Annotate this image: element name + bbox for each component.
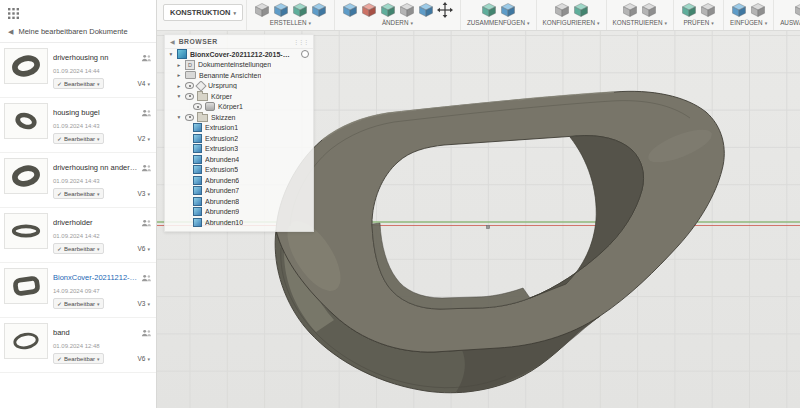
document-date: 14.09.2024 09:47 — [53, 288, 152, 294]
editable-badge-dropdown[interactable]: ✓Bearbeitbar▾ — [53, 188, 104, 199]
data-panel-grid-icon[interactable] — [8, 5, 19, 22]
insert-derive-tool-icon[interactable] — [730, 1, 748, 19]
browser-item-label: Benannte Ansichten — [199, 72, 261, 79]
combine-tool-icon[interactable] — [398, 1, 416, 19]
version-dropdown[interactable]: V3▾ — [138, 190, 150, 197]
viewport-canvas[interactable]: ◀ BROWSER ⋮⋮⋮ ▾BionxCover-20211212-2015-… — [157, 30, 800, 408]
workspace-selector[interactable]: KONSTRUKTION ▾ — [163, 4, 243, 21]
expand-arrow-icon[interactable]: ▸ — [176, 62, 182, 68]
document-item-housing-bugel[interactable]: housing bugel01.09.2024 14:43✓Bearbeitba… — [0, 98, 156, 153]
browser-item-abrunden10[interactable]: Abrunden10 — [165, 217, 313, 228]
feature-icon — [193, 207, 202, 216]
browser-item-skizzen[interactable]: ▾Skizzen — [165, 112, 313, 123]
move-copy-tool-icon[interactable] — [436, 1, 454, 19]
joint-tool-icon[interactable] — [499, 1, 517, 19]
editable-badge-dropdown[interactable]: ✓Bearbeitbar▾ — [53, 298, 104, 309]
toolbar-menu-pr-fen[interactable]: PRÜFEN▾ — [683, 19, 713, 26]
browser-item-extrusion2[interactable]: Extrusion2 — [165, 133, 313, 144]
feature-icon — [193, 165, 202, 174]
insert-mesh-tool-icon[interactable] — [749, 1, 767, 19]
document-item-driverhousing-nn-andere-seite[interactable]: driverhousing nn andere seite01.09.2024 … — [0, 153, 156, 208]
offset-face-tool-icon[interactable] — [417, 1, 435, 19]
version-dropdown[interactable]: V6▾ — [138, 355, 150, 362]
model-body[interactable] — [275, 91, 724, 392]
toolbar-menu-konfigurieren[interactable]: KONFIGURIEREN▾ — [543, 19, 600, 26]
expand-arrow-icon[interactable]: ▾ — [176, 93, 182, 99]
extrude-tool-icon[interactable] — [272, 1, 290, 19]
browser-item-dokumenteinstellungen[interactable]: ▸Dokumenteinstellungen — [165, 60, 313, 71]
version-dropdown[interactable]: V3▾ — [138, 300, 150, 307]
toolbar-menu-einf-gen[interactable]: EINFÜGEN▾ — [730, 19, 767, 26]
visibility-eye-icon[interactable] — [185, 82, 194, 89]
toolbar-menu-erstellen[interactable]: ERSTELLEN▾ — [270, 19, 311, 26]
active-component-radio[interactable] — [301, 50, 309, 58]
sweep-tool-icon[interactable] — [310, 1, 328, 19]
version-dropdown[interactable]: V2▾ — [138, 135, 150, 142]
browser-item-k-rper[interactable]: ▾Körper — [165, 91, 313, 102]
document-item-driverhousing-nn[interactable]: driverhousing nn01.09.2024 14:44✓Bearbei… — [0, 43, 156, 98]
browser-item-abrunden7[interactable]: Abrunden7 — [165, 186, 313, 197]
expand-arrow-icon[interactable]: ▸ — [176, 72, 182, 78]
expand-arrow-icon[interactable]: ▾ — [176, 114, 182, 120]
new-component-tool-icon[interactable] — [480, 1, 498, 19]
fillet-tool-icon[interactable] — [360, 1, 378, 19]
document-item-driverholder[interactable]: driverholder01.09.2024 14:42✓Bearbeitbar… — [0, 208, 156, 263]
editable-badge-dropdown[interactable]: ✓Bearbeitbar▾ — [53, 133, 104, 144]
revolve-tool-icon[interactable] — [291, 1, 309, 19]
back-arrow-icon[interactable]: ◀ — [8, 28, 13, 36]
version-dropdown[interactable]: V4▾ — [138, 80, 150, 87]
visibility-eye-icon[interactable] — [185, 114, 194, 121]
browser-item-abrunden9[interactable]: Abrunden9 — [165, 207, 313, 218]
section-analysis-tool-icon[interactable] — [699, 1, 717, 19]
browser-item-abrunden4[interactable]: Abrunden4 — [165, 154, 313, 165]
browser-item-k-rper1[interactable]: Körper1 — [165, 102, 313, 113]
construction-axis-tool-icon[interactable] — [640, 1, 658, 19]
configuration-table-tool-icon[interactable] — [572, 1, 590, 19]
chevron-down-icon: ▾ — [711, 20, 714, 26]
toolbar-menu-zusammenf-gen[interactable]: ZUSAMMENFÜGEN▾ — [467, 19, 530, 26]
browser-item-abrunden6[interactable]: Abrunden6 — [165, 175, 313, 186]
body-icon — [205, 102, 215, 111]
toolbar-menu-ndern[interactable]: ÄNDERN▾ — [382, 19, 413, 26]
toolbar-menu-konstruieren[interactable]: KONSTRUIEREN▾ — [613, 19, 668, 26]
browser-item-ursprung[interactable]: ▸Ursprung — [165, 81, 313, 92]
construction-plane-tool-icon[interactable] — [621, 1, 639, 19]
workspace-label: KONSTRUKTION — [170, 8, 230, 17]
measure-tool-icon[interactable] — [680, 1, 698, 19]
collapse-arrow-icon[interactable]: ◀ — [170, 38, 175, 45]
select-tool-icon[interactable] — [793, 1, 800, 19]
browser-header[interactable]: ◀ BROWSER ⋮⋮⋮ — [165, 35, 313, 49]
document-name: driverhousing nn — [53, 53, 138, 62]
origin-point[interactable] — [486, 225, 489, 228]
browser-item-extrusion1[interactable]: Extrusion1 — [165, 123, 313, 134]
check-icon: ✓ — [57, 190, 62, 197]
document-item-bionxcover-20211212-2015-bionxcover[interactable]: BionxCover-20211212-2015-BionxCover14.09… — [0, 263, 156, 318]
drag-grip-icon[interactable]: ⋮⋮⋮ — [293, 38, 308, 45]
browser-item-benannte-ansichten[interactable]: ▸Benannte Ansichten — [165, 70, 313, 81]
editable-badge-dropdown[interactable]: ✓Bearbeitbar▾ — [53, 78, 104, 89]
document-date: 01.09.2024 14:44 — [53, 68, 152, 74]
toolbar-menu-ausw-hlen[interactable]: AUSWÄHLEN▾ — [780, 19, 800, 26]
shared-users-icon — [141, 103, 152, 121]
toolbar-group-zusammenf-gen: ZUSAMMENFÜGEN▾ — [460, 0, 536, 30]
configure-tool-icon[interactable] — [553, 1, 571, 19]
editable-badge-dropdown[interactable]: ✓Bearbeitbar▾ — [53, 353, 104, 364]
toolbar-groups: ERSTELLEN▾ÄNDERN▾ZUSAMMENFÜGEN▾KONFIGURI… — [246, 0, 800, 30]
browser-item-extrusion3[interactable]: Extrusion3 — [165, 144, 313, 155]
browser-root-item[interactable]: ▾BionxCover-20211212-2015-BionxCover — [165, 49, 313, 60]
visibility-eye-icon[interactable] — [193, 103, 202, 110]
visibility-eye-icon[interactable] — [185, 93, 194, 100]
editable-badge-dropdown[interactable]: ✓Bearbeitbar▾ — [53, 243, 104, 254]
expand-arrow-icon[interactable]: ▸ — [176, 83, 182, 89]
browser-item-extrusion5[interactable]: Extrusion5 — [165, 165, 313, 176]
expand-arrow-icon[interactable]: ▾ — [168, 51, 174, 57]
box-tool-icon[interactable] — [253, 1, 271, 19]
browser-item-abrunden8[interactable]: Abrunden8 — [165, 196, 313, 207]
document-item-band[interactable]: band01.09.2024 12:48✓Bearbeitbar▾V6▾ — [0, 318, 156, 373]
press-pull-tool-icon[interactable] — [341, 1, 359, 19]
document-date: 01.09.2024 14:43 — [53, 123, 152, 129]
document-name: housing bugel — [53, 108, 138, 117]
version-dropdown[interactable]: V6▾ — [138, 245, 150, 252]
shell-tool-icon[interactable] — [379, 1, 397, 19]
browser-item-label: Abrunden7 — [205, 187, 239, 194]
